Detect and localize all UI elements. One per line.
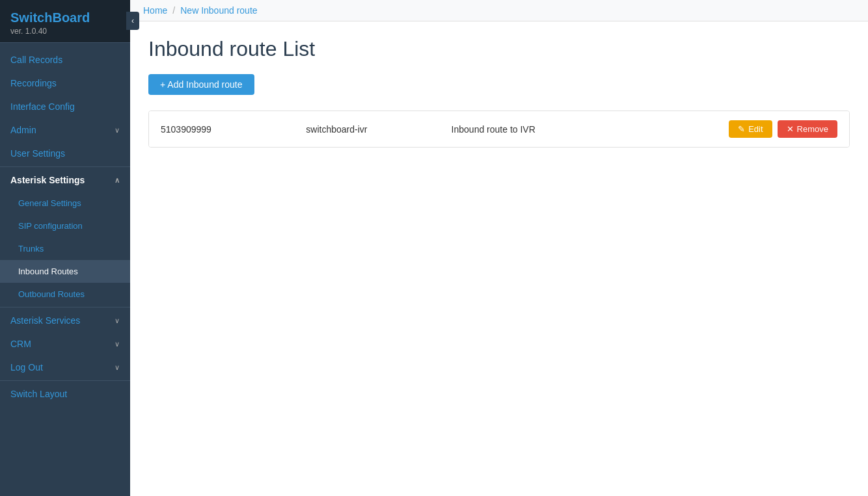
sidebar-item-label: Log Out (10, 362, 43, 372)
route-actions: ✎ Edit ✕ Remove (729, 120, 837, 138)
sidebar-item-label: Outbound Routes (18, 289, 85, 299)
sidebar-item-log-out[interactable]: Log Out ∨ (0, 356, 130, 379)
chevron-up-icon: ∧ (115, 176, 120, 185)
sidebar-item-outbound-routes[interactable]: Outbound Routes (0, 283, 130, 306)
sidebar-item-sip-config[interactable]: SIP configuration (0, 215, 130, 237)
sidebar-item-asterisk-settings[interactable]: Asterisk Settings ∧ (0, 168, 130, 192)
sidebar: SwitchBoard ver. 1.0.40 ‹ Call Records R… (0, 0, 130, 496)
page-title: Inbound route List (148, 37, 850, 61)
chevron-down-icon: ∨ (115, 340, 120, 348)
sidebar-item-general-settings[interactable]: General Settings (0, 192, 130, 215)
sidebar-item-label: Interface Config (10, 101, 75, 112)
sidebar-item-admin[interactable]: Admin ∨ (0, 118, 130, 142)
section-divider-2 (0, 307, 130, 307)
chevron-down-icon: ∨ (115, 317, 120, 325)
content-area: Inbound route List + Add Inbound route 5… (130, 21, 868, 496)
chevron-down-icon: ∨ (115, 363, 120, 372)
edit-route-button[interactable]: ✎ Edit (729, 120, 772, 138)
breadcrumb: Home / New Inbound route (130, 0, 868, 21)
sidebar-item-inbound-routes[interactable]: Inbound Routes (0, 260, 130, 283)
sidebar-item-label: Switch Layout (10, 389, 67, 399)
section-divider-3 (0, 380, 130, 381)
table-row: 5103909999 switchboard-ivr Inbound route… (149, 111, 849, 147)
sidebar-item-label: Trunks (18, 244, 44, 254)
sidebar-brand: SwitchBoard ver. 1.0.40 (0, 0, 130, 43)
edit-label: Edit (748, 124, 763, 134)
remove-label: Remove (797, 124, 828, 134)
sidebar-nav: Call Records Recordings Interface Config… (0, 43, 130, 496)
route-list: 5103909999 switchboard-ivr Inbound route… (148, 111, 850, 148)
sidebar-item-label: User Settings (10, 148, 65, 159)
chevron-left-icon: ‹ (131, 16, 134, 25)
sidebar-item-user-settings[interactable]: User Settings (0, 142, 130, 165)
sidebar-item-label: General Settings (18, 198, 81, 208)
breadcrumb-home-link[interactable]: Home (143, 5, 167, 16)
route-description: Inbound route to IVR (452, 124, 716, 135)
remove-route-button[interactable]: ✕ Remove (778, 120, 837, 138)
route-number: 5103909999 (161, 124, 293, 135)
sidebar-item-label: Asterisk Settings (10, 175, 85, 185)
sidebar-item-recordings[interactable]: Recordings (0, 72, 130, 95)
brand-title: SwitchBoard (10, 10, 120, 25)
pencil-icon: ✎ (738, 124, 745, 134)
chevron-down-icon: ∨ (115, 126, 120, 135)
breadcrumb-current: New Inbound route (180, 5, 257, 16)
sidebar-item-label: CRM (10, 339, 31, 349)
sidebar-item-label: Inbound Routes (18, 267, 78, 276)
breadcrumb-separator: / (172, 5, 175, 16)
sidebar-item-call-records[interactable]: Call Records (0, 48, 130, 72)
add-inbound-route-button[interactable]: + Add Inbound route (148, 74, 254, 95)
sidebar-item-asterisk-services[interactable]: Asterisk Services ∨ (0, 309, 130, 332)
section-divider (0, 166, 130, 167)
sidebar-item-label: SIP configuration (18, 221, 83, 231)
sidebar-toggle-button[interactable]: ‹ (126, 12, 139, 30)
route-name: switchboard-ivr (306, 124, 438, 135)
sidebar-item-label: Call Records (10, 55, 62, 65)
sidebar-item-switch-layout[interactable]: Switch Layout (0, 382, 130, 406)
sidebar-item-interface-config[interactable]: Interface Config (0, 95, 130, 118)
main-content: Home / New Inbound route Inbound route L… (130, 0, 868, 496)
times-icon: ✕ (787, 124, 794, 134)
sidebar-item-label: Asterisk Services (10, 315, 80, 326)
sidebar-item-label: Admin (10, 125, 36, 135)
sidebar-item-trunks[interactable]: Trunks (0, 237, 130, 260)
sidebar-item-crm[interactable]: CRM ∨ (0, 332, 130, 356)
brand-version: ver. 1.0.40 (10, 27, 120, 36)
sidebar-item-label: Recordings (10, 78, 57, 88)
